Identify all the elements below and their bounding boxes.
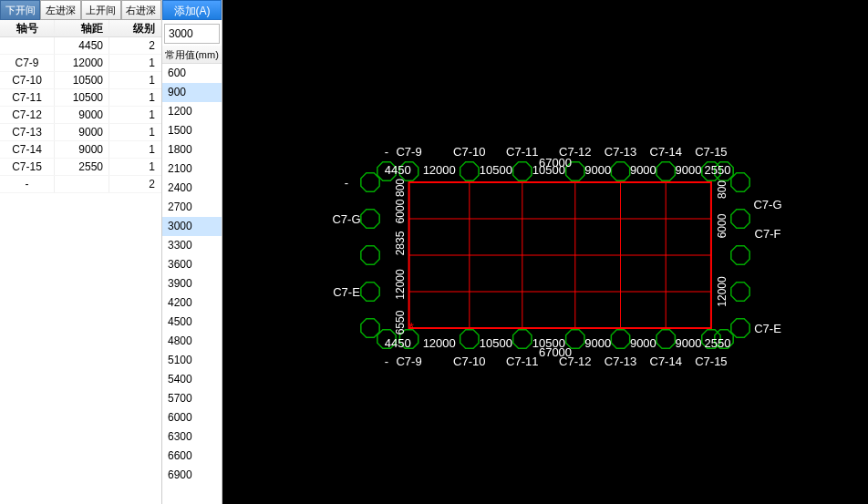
common-value-item[interactable]: 6300 <box>162 427 222 447</box>
axis-label-left: - <box>345 176 348 190</box>
svg-marker-43 <box>731 210 749 228</box>
axis-label-top: C7-13 <box>604 145 636 159</box>
common-value-item[interactable]: 6000 <box>162 408 222 427</box>
svg-marker-20 <box>460 330 479 348</box>
axis-label-top: C7-10 <box>453 145 485 159</box>
svg-marker-41 <box>731 173 749 191</box>
tab-left-depth[interactable]: 左进深 <box>40 0 80 20</box>
axis-label-bottom: C7-9 <box>396 355 421 368</box>
table-row[interactable]: C7-14 9000 1 <box>0 141 161 159</box>
tab-right-depth[interactable]: 右进深 <box>121 0 161 20</box>
svg-marker-19 <box>460 162 479 180</box>
level-cell: 1 <box>109 107 160 123</box>
common-value-item[interactable]: 900 <box>162 83 222 102</box>
dim-label-bottom: 2550 <box>704 336 730 350</box>
dim-label-top: 10500 <box>480 163 512 177</box>
common-value-item[interactable]: 1200 <box>162 102 222 121</box>
common-value-item[interactable]: 2400 <box>162 179 222 198</box>
common-value-item[interactable]: 2100 <box>162 159 222 179</box>
level-cell: 2 <box>109 37 160 54</box>
tab-up-bay[interactable]: 上开间 <box>81 0 121 20</box>
svg-marker-42 <box>361 210 379 228</box>
col-dist-header: 轴距 <box>55 20 109 36</box>
common-value-item[interactable]: 4500 <box>162 313 222 332</box>
svg-marker-23 <box>513 330 532 348</box>
common-value-item[interactable]: 3300 <box>162 236 222 255</box>
svg-marker-45 <box>731 246 749 264</box>
dim-label-bottom: 10500 <box>480 336 512 350</box>
tab-down-bay[interactable]: 下开间 <box>0 0 40 20</box>
axis-table-panel: 下开间 左进深 上开间 右进深 轴号 轴距 级别 4450 2C7-9 1200… <box>0 0 162 504</box>
dim-label-top: 4450 <box>385 163 411 177</box>
common-value-item[interactable]: 4200 <box>162 293 222 313</box>
common-value-item[interactable]: 1500 <box>162 121 222 140</box>
distance-input[interactable] <box>164 24 220 44</box>
svg-marker-22 <box>513 162 532 180</box>
axis-label-bottom: C7-10 <box>453 355 485 368</box>
axis-label-bottom: - <box>385 355 388 368</box>
level-cell: 1 <box>109 89 160 106</box>
table-row[interactable]: C7-12 9000 1 <box>0 107 161 124</box>
col-level-header: 级别 <box>109 20 160 36</box>
svg-marker-29 <box>611 330 629 348</box>
axis-cell: C7-12 <box>0 107 55 123</box>
total-width-top: 67000 <box>539 156 572 170</box>
table-row[interactable]: 4450 2 <box>0 37 161 55</box>
svg-marker-32 <box>656 330 675 348</box>
table-row[interactable]: C7-10 10500 1 <box>0 72 161 89</box>
common-values-list[interactable]: 6009001200150018002100240027003000330036… <box>162 64 222 504</box>
common-value-item[interactable]: 4800 <box>162 332 222 351</box>
vdim-left: 6550 <box>394 311 407 335</box>
dist-cell: 4450 <box>55 37 109 54</box>
svg-marker-46 <box>361 283 379 301</box>
axis-label-bottom: C7-15 <box>695 355 727 368</box>
table-row[interactable]: C7-13 9000 1 <box>0 124 161 141</box>
common-value-item[interactable]: 5100 <box>162 351 222 370</box>
axis-cell: C7-9 <box>0 55 55 71</box>
level-cell: 1 <box>109 141 160 158</box>
svg-text:*: * <box>409 320 415 334</box>
depth-tabs: 下开间 左进深 上开间 右进深 <box>0 0 161 20</box>
table-row[interactable]: C7-11 10500 1 <box>0 89 161 107</box>
level-cell: 1 <box>109 72 160 88</box>
axis-label-right: C7-E <box>754 322 781 335</box>
common-value-item[interactable]: 3900 <box>162 274 222 293</box>
svg-marker-44 <box>361 246 379 264</box>
common-value-item[interactable]: 5700 <box>162 389 222 408</box>
plan-canvas[interactable]: *C7-9C7-9C7-10C7-10C7-11C7-11C7-12C7-12C… <box>222 0 868 504</box>
axis-cell: - <box>0 176 55 192</box>
common-value-item[interactable]: 6600 <box>162 447 222 466</box>
dim-label-top: 12000 <box>423 163 456 177</box>
axis-cell: C7-14 <box>0 141 55 158</box>
vdim-left: 12000 <box>394 269 407 299</box>
common-value-item[interactable]: 1800 <box>162 140 222 159</box>
axis-label-top: C7-15 <box>695 145 727 159</box>
total-width-bottom: 67000 <box>539 345 572 359</box>
axis-label-top: - <box>385 145 388 159</box>
axis-table-body: 4450 2C7-9 12000 1C7-10 10500 1C7-11 105… <box>0 37 161 193</box>
dim-label-bottom: 4450 <box>385 336 411 350</box>
dist-cell: 9000 <box>55 124 109 140</box>
dim-label-bottom: 9000 <box>630 336 656 350</box>
table-row[interactable]: C7-9 12000 1 <box>0 55 161 72</box>
axis-label-top: C7-11 <box>506 145 538 159</box>
dim-label-bottom: 12000 <box>423 336 456 350</box>
svg-marker-28 <box>611 162 629 180</box>
common-value-item[interactable]: 3000 <box>162 217 222 236</box>
dim-label-bottom: 9000 <box>584 336 611 350</box>
vdim-right: 6000 <box>716 214 728 239</box>
common-values-label: 常用值(mm) <box>162 46 222 64</box>
common-value-item[interactable]: 6900 <box>162 466 222 485</box>
table-row[interactable]: - 2 <box>0 176 161 193</box>
common-value-item[interactable]: 600 <box>162 64 222 83</box>
axis-label-top: C7-14 <box>649 145 681 159</box>
svg-marker-48 <box>361 319 379 337</box>
dist-cell: 9000 <box>55 107 109 123</box>
common-value-item[interactable]: 3600 <box>162 255 222 274</box>
axis-cell: C7-15 <box>0 159 55 175</box>
add-button[interactable]: 添加(A) <box>162 0 222 20</box>
table-row[interactable]: C7-15 2550 1 <box>0 159 161 176</box>
common-value-item[interactable]: 2700 <box>162 198 222 217</box>
axis-cell: C7-11 <box>0 89 55 106</box>
common-value-item[interactable]: 5400 <box>162 370 222 389</box>
